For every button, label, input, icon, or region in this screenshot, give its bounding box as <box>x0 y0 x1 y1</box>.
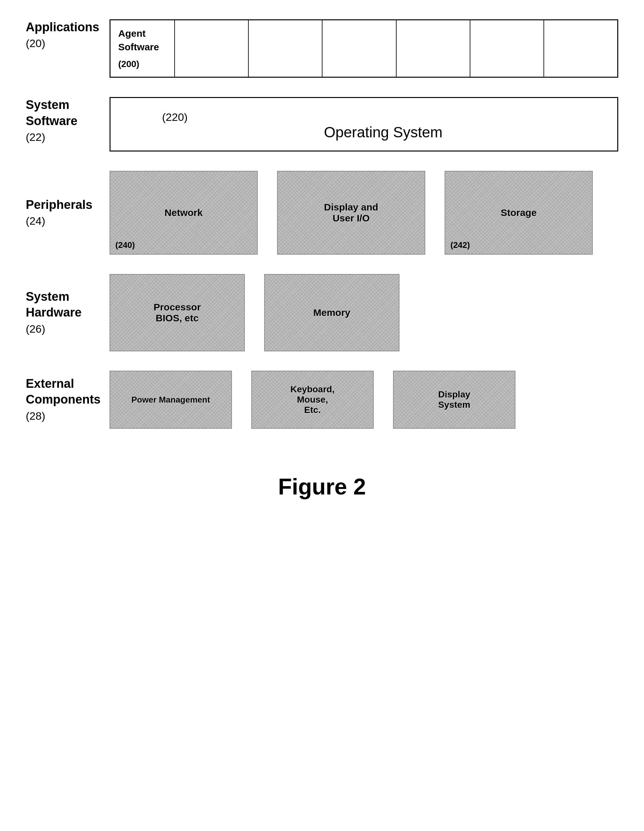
keyboard-mouse-title: Keyboard,Mouse,Etc. <box>291 384 335 415</box>
display-system-box: DisplaySystem <box>393 371 515 429</box>
memory-box: Memory <box>264 274 399 351</box>
system-software-number: (22) <box>26 131 45 143</box>
processor-title: ProcessorBIOS, etc <box>154 302 201 324</box>
network-number: (240) <box>115 240 135 250</box>
display-system-title: DisplaySystem <box>438 389 471 410</box>
hardware-number: (26) <box>26 323 45 335</box>
os-label: Operating System <box>162 123 604 141</box>
system-software-box: (220) Operating System <box>110 97 618 151</box>
app-cell-1 <box>175 20 249 77</box>
memory-title: Memory <box>313 307 350 318</box>
storage-title: Storage <box>501 207 537 218</box>
applications-content: AgentSoftware (200) <box>110 19 618 78</box>
app-cells <box>175 20 617 77</box>
app-cell-6 <box>544 20 617 77</box>
hardware-content: ProcessorBIOS, etc Memory <box>110 274 618 351</box>
system-software-row: SystemSoftware (22) (220) Operating Syst… <box>26 97 618 151</box>
applications-text: Applications <box>26 20 99 34</box>
agent-software-cell: AgentSoftware (200) <box>110 20 175 77</box>
power-management-box: Power Management <box>110 371 232 429</box>
peripherals-label: Peripherals (24) <box>26 197 97 229</box>
applications-label: Applications (20) <box>26 19 97 78</box>
applications-box: AgentSoftware (200) <box>110 19 618 78</box>
system-software-text: SystemSoftware <box>26 98 77 127</box>
processor-box: ProcessorBIOS, etc <box>110 274 245 351</box>
external-number: (28) <box>26 410 45 422</box>
applications-row: Applications (20) AgentSoftware (200) <box>26 19 618 78</box>
peripherals-text: Peripherals <box>26 198 92 212</box>
peripherals-number: (24) <box>26 215 45 227</box>
agent-software-label: AgentSoftware <box>118 27 167 54</box>
display-user-io-box: Display andUser I/O <box>277 171 425 255</box>
peripherals-content: Network (240) Display andUser I/O Storag… <box>110 171 618 255</box>
hardware-label: SystemHardware (26) <box>26 289 97 336</box>
system-software-label: SystemSoftware (22) <box>26 97 97 151</box>
system-software-content: (220) Operating System <box>110 97 618 151</box>
external-text: ExternalComponents <box>26 377 100 406</box>
storage-box: Storage (242) <box>445 171 593 255</box>
app-cell-5 <box>471 20 544 77</box>
network-title: Network <box>165 207 203 218</box>
os-number: (220) <box>162 111 604 123</box>
figure-caption: Figure 2 <box>26 474 618 500</box>
app-cell-3 <box>323 20 396 77</box>
peripherals-row: Peripherals (24) Network (240) Display a… <box>26 171 618 255</box>
applications-number: (20) <box>26 37 45 49</box>
app-cell-2 <box>249 20 323 77</box>
keyboard-mouse-box: Keyboard,Mouse,Etc. <box>251 371 374 429</box>
app-cell-4 <box>397 20 471 77</box>
power-management-title: Power Management <box>132 395 210 405</box>
network-box: Network (240) <box>110 171 258 255</box>
storage-number: (242) <box>450 240 470 250</box>
external-label: ExternalComponents (28) <box>26 376 97 423</box>
agent-software-number: (200) <box>118 58 167 70</box>
hardware-row: SystemHardware (26) ProcessorBIOS, etc M… <box>26 274 618 351</box>
hardware-text: SystemHardware <box>26 290 81 319</box>
external-content: Power Management Keyboard,Mouse,Etc. Dis… <box>110 371 618 429</box>
display-user-io-title: Display andUser I/O <box>324 202 378 224</box>
external-row: ExternalComponents (28) Power Management… <box>26 371 618 429</box>
